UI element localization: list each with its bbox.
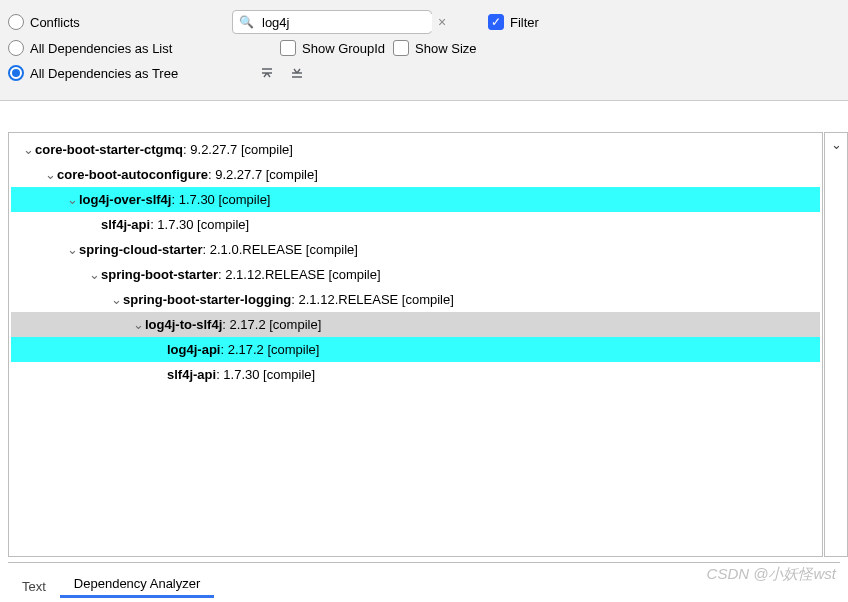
artifact-name: log4j-api bbox=[167, 342, 220, 357]
tree-node[interactable]: slf4j-api : 1.7.30 [compile] bbox=[11, 212, 820, 237]
artifact-meta: : 2.17.2 [compile] bbox=[222, 317, 321, 332]
chevron-down-icon: ⌄ bbox=[831, 137, 842, 152]
radio-label: Conflicts bbox=[30, 15, 80, 30]
artifact-meta: : 2.17.2 [compile] bbox=[220, 342, 319, 357]
search-icon: 🔍 bbox=[239, 15, 254, 29]
artifact-name: slf4j-api bbox=[167, 367, 216, 382]
tree-node[interactable]: log4j-api : 2.17.2 [compile] bbox=[11, 337, 820, 362]
chevron-down-icon[interactable]: ⌄ bbox=[131, 317, 145, 332]
checkbox-label: Filter bbox=[510, 15, 539, 30]
radio-label: All Dependencies as Tree bbox=[30, 66, 178, 81]
tree-node[interactable]: slf4j-api : 1.7.30 [compile] bbox=[11, 362, 820, 387]
radio-as-list[interactable]: All Dependencies as List bbox=[8, 40, 224, 56]
chevron-down-icon[interactable]: ⌄ bbox=[21, 142, 35, 157]
checkbox-label: Show GroupId bbox=[302, 41, 385, 56]
tree-node[interactable]: ⌄core-boot-autoconfigure : 9.2.27.7 [com… bbox=[11, 162, 820, 187]
artifact-name: core-boot-autoconfigure bbox=[57, 167, 208, 182]
expand-all-icon[interactable] bbox=[286, 62, 308, 84]
checkbox-icon bbox=[280, 40, 296, 56]
artifact-name: log4j-to-slf4j bbox=[145, 317, 222, 332]
search-input[interactable]: 🔍 × bbox=[232, 10, 432, 34]
artifact-meta: : 2.1.12.RELEASE [compile] bbox=[218, 267, 381, 282]
dependency-tree[interactable]: ⌄core-boot-starter-ctgmq : 9.2.27.7 [com… bbox=[8, 132, 823, 557]
tree-node[interactable]: ⌄spring-boot-starter : 2.1.12.RELEASE [c… bbox=[11, 262, 820, 287]
artifact-meta: : 2.1.0.RELEASE [compile] bbox=[203, 242, 358, 257]
radio-icon bbox=[8, 40, 24, 56]
artifact-name: core-boot-starter-ctgmq bbox=[35, 142, 183, 157]
tree-node[interactable]: ⌄core-boot-starter-ctgmq : 9.2.27.7 [com… bbox=[11, 137, 820, 162]
radio-conflicts[interactable]: Conflicts bbox=[8, 14, 224, 30]
artifact-meta: : 1.7.30 [compile] bbox=[150, 217, 249, 232]
checkbox-icon bbox=[393, 40, 409, 56]
collapse-all-icon[interactable] bbox=[256, 62, 278, 84]
tree-node[interactable]: ⌄log4j-to-slf4j : 2.17.2 [compile] bbox=[11, 312, 820, 337]
radio-as-tree[interactable]: All Dependencies as Tree bbox=[8, 65, 248, 81]
checkbox-filter[interactable]: ✓ Filter bbox=[488, 14, 539, 30]
artifact-name: slf4j-api bbox=[101, 217, 150, 232]
bottom-tabs: Text Dependency Analyzer bbox=[8, 562, 840, 598]
tab-dependency-analyzer[interactable]: Dependency Analyzer bbox=[60, 570, 214, 598]
radio-icon bbox=[8, 14, 24, 30]
chevron-down-icon[interactable]: ⌄ bbox=[109, 292, 123, 307]
checkbox-label: Show Size bbox=[415, 41, 476, 56]
artifact-name: spring-boot-starter bbox=[101, 267, 218, 282]
chevron-down-icon[interactable]: ⌄ bbox=[87, 267, 101, 282]
artifact-name: log4j-over-slf4j bbox=[79, 192, 171, 207]
artifact-name: spring-boot-starter-logging bbox=[123, 292, 291, 307]
tree-node[interactable]: ⌄spring-boot-starter-logging : 2.1.12.RE… bbox=[11, 287, 820, 312]
chevron-down-icon[interactable]: ⌄ bbox=[43, 167, 57, 182]
checkbox-show-groupid[interactable]: Show GroupId bbox=[280, 40, 385, 56]
artifact-meta: : 9.2.27.7 [compile] bbox=[208, 167, 318, 182]
artifact-meta: : 1.7.30 [compile] bbox=[216, 367, 315, 382]
artifact-name: spring-cloud-starter bbox=[79, 242, 203, 257]
toolbar: Conflicts 🔍 × ✓ Filter All Dependencies … bbox=[0, 0, 848, 101]
tab-text[interactable]: Text bbox=[8, 573, 60, 598]
search-field[interactable] bbox=[260, 14, 432, 31]
artifact-meta: : 1.7.30 [compile] bbox=[171, 192, 270, 207]
artifact-meta: : 2.1.12.RELEASE [compile] bbox=[291, 292, 454, 307]
side-panel-toggle[interactable]: ⌄ bbox=[824, 132, 848, 557]
chevron-down-icon[interactable]: ⌄ bbox=[65, 192, 79, 207]
tree-node[interactable]: ⌄spring-cloud-starter : 2.1.0.RELEASE [c… bbox=[11, 237, 820, 262]
checkbox-show-size[interactable]: Show Size bbox=[393, 40, 476, 56]
chevron-down-icon[interactable]: ⌄ bbox=[65, 242, 79, 257]
radio-label: All Dependencies as List bbox=[30, 41, 172, 56]
clear-icon[interactable]: × bbox=[438, 15, 446, 29]
checkbox-icon: ✓ bbox=[488, 14, 504, 30]
radio-icon bbox=[8, 65, 24, 81]
artifact-meta: : 9.2.27.7 [compile] bbox=[183, 142, 293, 157]
tree-node[interactable]: ⌄log4j-over-slf4j : 1.7.30 [compile] bbox=[11, 187, 820, 212]
